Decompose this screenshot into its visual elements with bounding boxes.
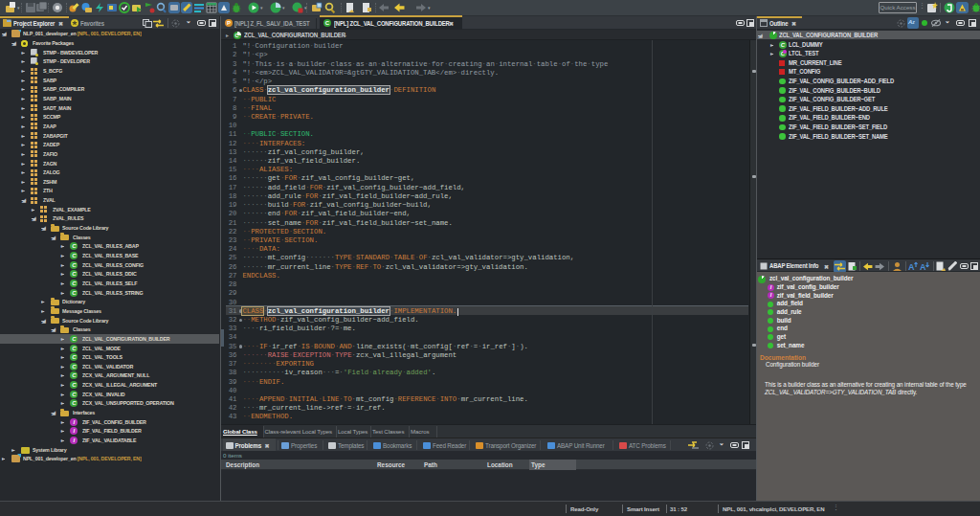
svg-text:A: A — [920, 262, 926, 272]
svg-text:C: C — [235, 33, 239, 38]
svg-text:A: A — [908, 262, 915, 272]
svg-text:P: P — [227, 20, 231, 26]
svg-text:C: C — [325, 20, 330, 26]
